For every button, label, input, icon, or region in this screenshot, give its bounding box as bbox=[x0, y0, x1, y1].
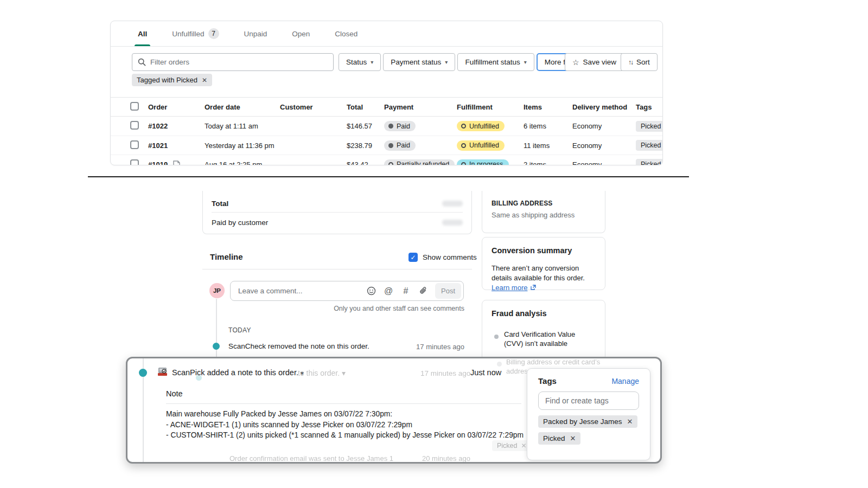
fraud-item-cvv: Card Verification Value (CVV) isn’t avai… bbox=[504, 330, 595, 348]
order-row-1021[interactable]: #1021 Yesterday at 11:36 pm $238.79 Paid… bbox=[111, 136, 662, 155]
filter-buttons: Status▾ Payment status▾ Fulfillment stat… bbox=[339, 53, 589, 71]
fulfillment-badge: Unfulfilled bbox=[457, 140, 505, 151]
order-row-1019[interactable]: #1019 Aug 16 at 2:25 pm $43.42 Partially… bbox=[111, 155, 662, 165]
fulfillment-badge: Unfulfilled bbox=[457, 121, 505, 131]
orders-tabs: All Unfulfilled 7 Unpaid Open Closed bbox=[111, 21, 662, 47]
tags-search-input[interactable] bbox=[538, 391, 639, 410]
fulfillment-status-filter-button[interactable]: Fulfillment status▾ bbox=[457, 53, 534, 71]
comment-composer[interactable]: @ # Post bbox=[230, 281, 464, 301]
order-number[interactable]: #1022 bbox=[148, 122, 168, 130]
ghost-bullet-icon bbox=[497, 362, 502, 367]
select-all-checkbox[interactable] bbox=[130, 102, 139, 111]
paid-by-customer-label: Paid by customer bbox=[212, 219, 268, 227]
col-order-date: Order date bbox=[205, 103, 280, 111]
row-checkbox[interactable] bbox=[130, 159, 139, 166]
order-number[interactable]: #1021 bbox=[148, 142, 168, 150]
fraud-analysis-title: Fraud analysis bbox=[492, 309, 547, 318]
payment-badge: Partially refunded bbox=[384, 159, 455, 166]
ghost-event-time: 17 minutes ago bbox=[420, 369, 470, 377]
order-number[interactable]: #1019 bbox=[148, 160, 168, 166]
page: All Unfulfilled 7 Unpaid Open Closed Sta… bbox=[0, 0, 868, 488]
tab-open[interactable]: Open bbox=[283, 21, 318, 46]
total-value-redacted bbox=[442, 201, 463, 207]
tab-all[interactable]: All bbox=[129, 21, 156, 46]
note-line: - ACNE-WIDGET-1 (1) units scanned by Jes… bbox=[166, 420, 524, 431]
payment-badge: Paid bbox=[384, 121, 416, 131]
emoji-icon[interactable] bbox=[366, 286, 376, 297]
checkbox-checked-icon[interactable]: ✓ bbox=[409, 253, 418, 262]
post-button[interactable]: Post bbox=[435, 283, 461, 299]
remove-tag-icon[interactable]: ✕ bbox=[570, 434, 576, 442]
order-total: $238.79 bbox=[347, 142, 384, 150]
col-tags: Tags bbox=[636, 103, 662, 111]
remove-filter-icon[interactable]: ✕ bbox=[202, 76, 207, 84]
unfulfilled-count-badge: 7 bbox=[208, 28, 219, 39]
timeline-event-dot bbox=[139, 369, 147, 377]
col-customer: Customer bbox=[280, 103, 347, 111]
divider bbox=[202, 269, 472, 269]
order-total: $146.57 bbox=[347, 122, 384, 130]
timeline-event-time: 17 minutes ago bbox=[380, 343, 464, 351]
manage-tags-link[interactable]: Manage bbox=[611, 377, 639, 386]
open-circle-icon bbox=[461, 143, 466, 148]
ghost-bottom-event-time: 20 minutes ago bbox=[422, 454, 470, 463]
applied-filter-chip[interactable]: Tagged with Picked ✕ bbox=[132, 74, 212, 86]
order-date: Today at 1:11 am bbox=[205, 122, 280, 130]
payment-summary-card: Total Paid by customer bbox=[202, 191, 472, 234]
star-icon: ☆ bbox=[572, 59, 579, 66]
status-filter-button[interactable]: Status▾ bbox=[339, 53, 381, 71]
filter-orders-search[interactable] bbox=[132, 53, 334, 71]
order-tag-chip: Picked bbox=[636, 140, 663, 151]
order-items: 11 items bbox=[524, 142, 572, 150]
timeline-title: Timeline bbox=[210, 252, 243, 261]
sort-button[interactable]: ↑↓ Sort bbox=[621, 53, 658, 71]
conversion-summary-body: There aren’t any conversion details avai… bbox=[492, 264, 596, 293]
billing-address-card: BILLING ADDRESS Same as shipping address bbox=[482, 191, 605, 233]
row-checkbox[interactable] bbox=[130, 121, 139, 130]
timeline-event-text: ScanCheck removed the note on this order… bbox=[228, 342, 369, 350]
order-tag-chip: Picked bbox=[636, 159, 663, 165]
tags-title: Tags bbox=[538, 376, 557, 386]
tags-panel: Tags Manage Packed by Jesse James ✕ Pick… bbox=[527, 368, 650, 460]
attachment-icon[interactable] bbox=[418, 286, 429, 297]
note-line: - CUSTOM-SHIRT-1 (2) units picked (*1 sc… bbox=[166, 430, 524, 441]
tab-closed[interactable]: Closed bbox=[326, 21, 366, 46]
paid-dot-icon bbox=[388, 124, 393, 129]
paid-value-redacted bbox=[442, 220, 463, 226]
learn-more-link[interactable]: Learn more bbox=[492, 284, 527, 292]
search-input[interactable] bbox=[150, 58, 328, 66]
tags-list: Packed by Jesse James ✕ Picked ✕ bbox=[538, 415, 639, 445]
billing-address-title: BILLING ADDRESS bbox=[492, 200, 553, 207]
row-checkbox[interactable] bbox=[130, 140, 139, 149]
order-delivery: Economy bbox=[572, 142, 636, 150]
tab-unpaid[interactable]: Unpaid bbox=[235, 21, 276, 46]
open-circle-icon bbox=[461, 124, 466, 129]
hashtag-icon[interactable]: # bbox=[400, 286, 411, 297]
chevron-down-icon: ▾ bbox=[371, 59, 373, 65]
remove-tag-icon: ✕ bbox=[521, 442, 527, 450]
open-circle-icon bbox=[388, 162, 393, 166]
order-total: $43.42 bbox=[347, 160, 384, 166]
order-date: Aug 16 at 2:25 pm bbox=[205, 160, 280, 166]
ghost-bottom-event: Order confirmation email was sent to Jes… bbox=[229, 454, 393, 463]
sort-arrows-icon: ↑↓ bbox=[628, 59, 633, 66]
mention-icon[interactable]: @ bbox=[383, 286, 394, 297]
scanpick-app-icon bbox=[157, 367, 168, 377]
show-comments-toggle[interactable]: ✓ Show comments bbox=[409, 253, 477, 262]
col-delivery-method: Delivery method bbox=[572, 103, 636, 111]
bullet-icon bbox=[494, 335, 499, 339]
payment-status-filter-button[interactable]: Payment status▾ bbox=[383, 53, 455, 71]
ghost-event-fragment: to this order. ▾ bbox=[298, 369, 346, 377]
search-icon bbox=[138, 58, 146, 66]
ghost-tag-chip: Picked✕ bbox=[492, 440, 532, 451]
col-payment: Payment bbox=[384, 103, 457, 111]
remove-tag-icon[interactable]: ✕ bbox=[627, 418, 633, 426]
external-link-icon bbox=[531, 285, 536, 290]
overlay-event-text: ScanPick added a note to this order. ▾ bbox=[172, 368, 304, 377]
tab-unfulfilled[interactable]: Unfulfilled 7 bbox=[163, 21, 227, 46]
order-row-1022[interactable]: #1022 Today at 1:11 am $146.57 Paid Unfu… bbox=[111, 117, 662, 136]
comment-input[interactable] bbox=[238, 287, 359, 295]
note-body: Main warehouse Fully Packed by Jesse Jam… bbox=[166, 409, 524, 441]
col-total: Total bbox=[347, 103, 384, 111]
save-view-button[interactable]: ☆ Save view bbox=[565, 53, 624, 71]
